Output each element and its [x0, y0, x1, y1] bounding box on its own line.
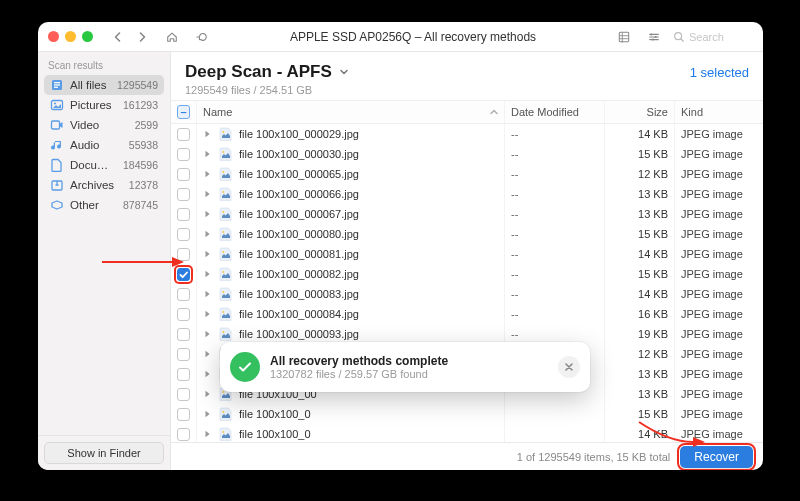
- file-name: file 100x100_0: [239, 408, 311, 420]
- disclosure-triangle-icon[interactable]: [203, 189, 213, 199]
- sidebar-item-count: 184596: [123, 159, 158, 171]
- jpeg-file-icon: [219, 407, 233, 421]
- disclosure-triangle-icon[interactable]: [203, 169, 213, 179]
- toast-close-button[interactable]: [558, 356, 580, 378]
- table-row[interactable]: file 100x100_000082.jpg--15 KBJPEG image: [171, 264, 763, 284]
- row-checkbox[interactable]: [177, 208, 190, 221]
- minimize-window-button[interactable]: [65, 31, 76, 42]
- row-checkbox[interactable]: [177, 408, 190, 421]
- row-checkbox[interactable]: [177, 228, 190, 241]
- filter-button[interactable]: [643, 28, 665, 46]
- table-row[interactable]: file 100x100_000065.jpg--12 KBJPEG image: [171, 164, 763, 184]
- disclosure-triangle-icon[interactable]: [203, 289, 213, 299]
- row-checkbox[interactable]: [177, 308, 190, 321]
- column-header-name[interactable]: Name: [197, 101, 505, 123]
- table-row[interactable]: file 100x100_000029.jpg--14 KBJPEG image: [171, 124, 763, 144]
- jpeg-file-icon: [219, 267, 233, 281]
- scan-title-text: Deep Scan - APFS: [185, 62, 332, 82]
- audio-icon: [50, 138, 64, 152]
- close-window-button[interactable]: [48, 31, 59, 42]
- row-checkbox[interactable]: [177, 328, 190, 341]
- select-all-checkbox[interactable]: [171, 101, 197, 123]
- sidebar-item-label: Pictures: [70, 99, 117, 111]
- row-checkbox[interactable]: [177, 348, 190, 361]
- sidebar-item-label: Audio: [70, 139, 123, 151]
- row-checkbox[interactable]: [177, 168, 190, 181]
- main-header: Deep Scan - APFS 1295549 files / 254.51 …: [171, 52, 763, 100]
- sliders-icon: [648, 31, 660, 43]
- row-checkbox[interactable]: [177, 428, 190, 441]
- sidebar-item-archives[interactable]: Archives12378: [44, 175, 164, 195]
- disclosure-triangle-icon[interactable]: [203, 329, 213, 339]
- file-modified: --: [505, 164, 605, 184]
- table-row[interactable]: file 100x100_000080.jpg--15 KBJPEG image: [171, 224, 763, 244]
- table-row[interactable]: file 100x100_000084.jpg--16 KBJPEG image: [171, 304, 763, 324]
- column-header-kind[interactable]: Kind: [675, 101, 763, 123]
- table-row[interactable]: file 100x100_000081.jpg--14 KBJPEG image: [171, 244, 763, 264]
- fullscreen-window-button[interactable]: [82, 31, 93, 42]
- disclosure-triangle-icon[interactable]: [203, 349, 213, 359]
- rescan-button[interactable]: [191, 28, 213, 46]
- file-size: 19 KB: [605, 324, 675, 344]
- file-size: 14 KB: [605, 124, 675, 144]
- disclosure-triangle-icon[interactable]: [203, 309, 213, 319]
- disclosure-triangle-icon[interactable]: [203, 429, 213, 439]
- table-row[interactable]: file 100x100_000066.jpg--13 KBJPEG image: [171, 184, 763, 204]
- file-kind: JPEG image: [675, 184, 763, 204]
- file-kind: JPEG image: [675, 284, 763, 304]
- scan-title-dropdown[interactable]: Deep Scan - APFS: [185, 62, 350, 82]
- row-checkbox[interactable]: [177, 268, 190, 281]
- row-checkbox[interactable]: [177, 148, 190, 161]
- refresh-icon: [196, 31, 208, 43]
- disclosure-triangle-icon[interactable]: [203, 129, 213, 139]
- table-row[interactable]: file 100x100_000083.jpg--14 KBJPEG image: [171, 284, 763, 304]
- row-checkbox[interactable]: [177, 368, 190, 381]
- sidebar-item-all-files[interactable]: All files1295549: [44, 75, 164, 95]
- documents-icon: [50, 158, 64, 172]
- table-row[interactable]: file 100x100_000067.jpg--13 KBJPEG image: [171, 204, 763, 224]
- selection-count: 1 selected: [690, 62, 749, 80]
- video-icon: [50, 118, 64, 132]
- nav-forward-button[interactable]: [131, 28, 153, 46]
- sidebar-item-documents[interactable]: Documents184596: [44, 155, 164, 175]
- disclosure-triangle-icon[interactable]: [203, 149, 213, 159]
- table-row[interactable]: file 100x100_015 KBJPEG image: [171, 404, 763, 424]
- file-list[interactable]: file 100x100_000029.jpg--14 KBJPEG image…: [171, 124, 763, 442]
- column-header-size[interactable]: Size: [605, 101, 675, 123]
- show-in-finder-button[interactable]: Show in Finder: [44, 442, 164, 464]
- table-row[interactable]: file 100x100_014 KBJPEG image: [171, 424, 763, 442]
- close-icon: [564, 362, 574, 372]
- file-modified: --: [505, 184, 605, 204]
- disclosure-triangle-icon[interactable]: [203, 209, 213, 219]
- search-input[interactable]: [689, 31, 747, 43]
- pictures-icon: [50, 98, 64, 112]
- sidebar-item-video[interactable]: Video2599: [44, 115, 164, 135]
- disclosure-triangle-icon[interactable]: [203, 409, 213, 419]
- file-name: file 100x100_000081.jpg: [239, 248, 359, 260]
- disclosure-triangle-icon[interactable]: [203, 389, 213, 399]
- sidebar-item-other[interactable]: Other878745: [44, 195, 164, 215]
- table-row[interactable]: file 100x100_000030.jpg--15 KBJPEG image: [171, 144, 763, 164]
- disclosure-triangle-icon[interactable]: [203, 369, 213, 379]
- file-modified: --: [505, 284, 605, 304]
- disclosure-triangle-icon[interactable]: [203, 249, 213, 259]
- table-row[interactable]: file 100x100_000093.jpg--19 KBJPEG image: [171, 324, 763, 344]
- row-checkbox[interactable]: [177, 188, 190, 201]
- home-button[interactable]: [161, 28, 183, 46]
- view-mode-button[interactable]: [613, 28, 635, 46]
- sidebar-item-audio[interactable]: Audio55938: [44, 135, 164, 155]
- grid-icon: [618, 31, 630, 43]
- file-name: file 100x100_000065.jpg: [239, 168, 359, 180]
- column-header-modified[interactable]: Date Modified: [505, 101, 605, 123]
- search-field[interactable]: [673, 27, 753, 47]
- file-size: 14 KB: [605, 284, 675, 304]
- sidebar-item-pictures[interactable]: Pictures161293: [44, 95, 164, 115]
- row-checkbox[interactable]: [177, 388, 190, 401]
- recover-button[interactable]: Recover: [680, 446, 753, 468]
- row-checkbox[interactable]: [177, 128, 190, 141]
- row-checkbox[interactable]: [177, 248, 190, 261]
- disclosure-triangle-icon[interactable]: [203, 269, 213, 279]
- disclosure-triangle-icon[interactable]: [203, 229, 213, 239]
- row-checkbox[interactable]: [177, 288, 190, 301]
- nav-back-button[interactable]: [107, 28, 129, 46]
